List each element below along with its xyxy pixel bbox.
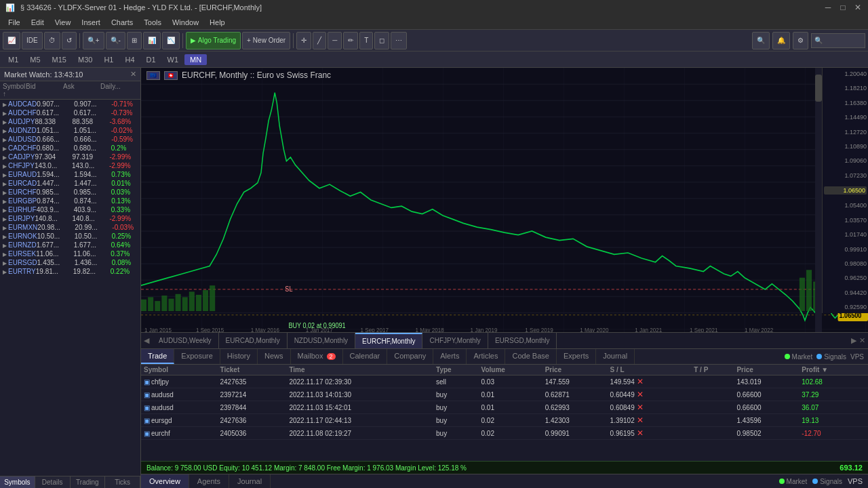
close-button[interactable]: ✕ xyxy=(853,3,863,12)
market-watch-row[interactable]: ▶EURHUF 403.9... 403.9... 0.33% xyxy=(0,205,140,214)
market-watch-row[interactable]: ▶EURMXN 20.98... 20.99... -0.03% xyxy=(0,223,140,232)
tab-articles[interactable]: Articles xyxy=(467,349,505,364)
table-row[interactable]: ▣eursgd 2427636 2022.11.17 02:44:13 buy … xyxy=(141,414,868,427)
tab-alerts[interactable]: Alerts xyxy=(433,349,467,364)
mw-tab-trading[interactable]: Trading xyxy=(71,476,106,488)
market-watch-row[interactable]: ▶EURGBP 0.874... 0.874... 0.13% xyxy=(0,197,140,205)
col-symbol[interactable]: Symbol xyxy=(141,365,218,375)
tf-mn[interactable]: MN xyxy=(184,54,207,65)
timer-button[interactable]: ⏱ xyxy=(44,32,60,49)
col-ticket[interactable]: Ticket xyxy=(218,365,287,375)
market-watch-row[interactable]: ▶EURCAD 1.447... 1.447... 0.01% xyxy=(0,179,140,188)
chart-tab-chfjpy[interactable]: CHFJPY,Monthly xyxy=(422,333,488,348)
tf-h1[interactable]: H1 xyxy=(98,54,119,65)
ide-button[interactable]: IDE xyxy=(22,32,43,49)
tf-h4[interactable]: H4 xyxy=(119,54,140,65)
hline-button[interactable]: ─ xyxy=(328,32,342,49)
table-row[interactable]: ▣eurchf 2405036 2022.11.08 02:19:27 buy … xyxy=(141,427,868,440)
sl-close[interactable]: ✕ xyxy=(637,415,644,425)
sl-close[interactable]: ✕ xyxy=(637,377,644,386)
market-watch-row[interactable]: ▶EURSEK 11.06... 11.06... 0.37% xyxy=(0,249,140,258)
auto-scroll-button[interactable]: ⊞ xyxy=(127,32,142,49)
indicators-button[interactable]: 📉 xyxy=(162,32,180,49)
new-chart-button[interactable]: 📈 xyxy=(3,32,20,49)
draw-line-button[interactable]: ╱ xyxy=(313,32,326,49)
market-watch-row[interactable]: ▶AUDNZD 1.051... 1.051... -0.02% xyxy=(0,126,140,135)
table-row[interactable]: ▣audusd 2397214 2022.11.03 14:01:30 buy … xyxy=(141,388,868,401)
tab-experts[interactable]: Experts xyxy=(557,349,596,364)
tab-trade[interactable]: Trade xyxy=(141,349,174,364)
menu-insert[interactable]: Insert xyxy=(76,17,106,28)
tf-m30[interactable]: M30 xyxy=(73,54,98,65)
chart-scrollbar[interactable] xyxy=(815,68,822,332)
close-market-watch[interactable]: ✕ xyxy=(130,70,136,79)
market-watch-row[interactable]: ▶CADCHF 0.680... 0.680... 0.2% xyxy=(0,144,140,152)
symbol-search[interactable]: 🔍 xyxy=(811,33,865,48)
tab-codebase[interactable]: Code Base xyxy=(505,349,556,364)
crosshair-button[interactable]: ✛ xyxy=(296,32,311,49)
col-profit[interactable]: Profit ▼ xyxy=(799,365,868,375)
market-watch-row[interactable]: ▶EURCHF 0.985... 0.985... 0.03% xyxy=(0,188,140,197)
tab-exposure[interactable]: Exposure xyxy=(174,349,220,364)
tab-mailbox[interactable]: Mailbox 2 xyxy=(291,349,343,364)
sub-tab-agents[interactable]: Agents xyxy=(189,474,229,488)
chart-scrollbar-thumb[interactable] xyxy=(815,75,822,102)
zoom-out-button[interactable]: 🔍- xyxy=(106,32,125,49)
title-bar-controls[interactable]: ─ □ ✕ xyxy=(823,3,863,12)
col-type[interactable]: Type xyxy=(433,365,478,375)
chart-tab-prev[interactable]: ◀ xyxy=(141,336,152,345)
refresh-button[interactable]: ↺ xyxy=(62,32,77,49)
menu-help[interactable]: Help xyxy=(204,17,231,28)
zoom-in-button[interactable]: 🔍+ xyxy=(83,32,104,49)
tab-history[interactable]: History xyxy=(220,349,258,364)
draw-button[interactable]: ✏ xyxy=(343,32,358,49)
menu-tools[interactable]: Tools xyxy=(138,17,167,28)
market-watch-row[interactable]: ▶EURAUD 1.594... 1.594... 0.73% xyxy=(0,170,140,179)
market-watch-row[interactable]: ▶AUDCHF 0.617... 0.617... -0.73% xyxy=(0,108,140,117)
tf-m5[interactable]: M5 xyxy=(24,54,45,65)
market-watch-row[interactable]: ▶CHFJPY 143.0... 143.0... -2.99% xyxy=(0,161,140,170)
chart-tab-eurcad[interactable]: EURCAD,Monthly xyxy=(219,333,288,348)
sub-tab-overview[interactable]: Overview xyxy=(141,474,189,488)
chart-tab-close[interactable]: ✕ xyxy=(859,336,865,345)
market-watch-row[interactable]: ▶AUDJPY 88.338 88.358 -3.68% xyxy=(0,117,140,126)
market-watch-row[interactable]: ▶EURNOK 10.50... 10.50... 0.25% xyxy=(0,232,140,241)
col-volume[interactable]: Volume xyxy=(478,365,542,375)
minimize-button[interactable]: ─ xyxy=(823,3,833,12)
tf-m15[interactable]: M15 xyxy=(47,54,72,65)
market-watch-row[interactable]: ▶EURJPY 140.8... 140.8... -2.99% xyxy=(0,214,140,223)
settings-button[interactable]: ⚙ xyxy=(793,32,808,49)
tf-w1[interactable]: W1 xyxy=(162,54,184,65)
tf-d1[interactable]: D1 xyxy=(141,54,161,65)
tab-calendar[interactable]: Calendar xyxy=(343,349,388,364)
chart-tab-nzdusd[interactable]: NZDUSD,Monthly xyxy=(288,333,355,348)
market-watch-row[interactable]: ▶EURTRY 19.81... 19.82... 0.22% xyxy=(0,267,140,276)
sl-close[interactable]: ✕ xyxy=(637,390,644,399)
chart-tab-next[interactable]: ▶ xyxy=(851,336,856,345)
mw-tab-ticks[interactable]: Ticks xyxy=(105,476,140,488)
menu-charts[interactable]: Charts xyxy=(106,17,138,28)
chart-tab-eurchf[interactable]: EURCHF,Monthly xyxy=(355,333,422,348)
more-button[interactable]: ⋯ xyxy=(391,32,407,49)
chart-tab-eursgd[interactable]: EURSGD,Monthly xyxy=(488,333,557,348)
tf-m1[interactable]: M1 xyxy=(3,54,24,65)
menu-edit[interactable]: Edit xyxy=(26,17,50,28)
tab-journal[interactable]: Journal xyxy=(596,349,635,364)
tab-news[interactable]: News xyxy=(258,349,291,364)
market-watch-row[interactable]: ▶AUDUSD 0.666... 0.666... -0.59% xyxy=(0,135,140,144)
algo-trading-button[interactable]: ▶ Algo Trading xyxy=(186,32,241,49)
maximize-button[interactable]: □ xyxy=(838,3,848,12)
menu-view[interactable]: View xyxy=(50,17,77,28)
mw-tab-symbols[interactable]: Symbols xyxy=(0,476,35,488)
col-price[interactable]: Price xyxy=(542,365,608,375)
menu-window[interactable]: Window xyxy=(167,17,204,28)
chart-type-button[interactable]: 📊 xyxy=(143,32,161,49)
market-watch-row[interactable]: ▶EURNZD 1.677... 1.677... 0.64% xyxy=(0,241,140,249)
new-order-button[interactable]: + New Order xyxy=(242,32,290,49)
mw-tab-details[interactable]: Details xyxy=(35,476,71,488)
sub-tab-journal[interactable]: Journal xyxy=(229,474,271,488)
table-row[interactable]: ▣chfjpy 2427635 2022.11.17 02:39:30 sell… xyxy=(141,375,868,388)
col-tp[interactable]: T / P xyxy=(691,365,734,375)
menu-file[interactable]: File xyxy=(3,17,26,28)
text-button[interactable]: T xyxy=(359,32,373,49)
